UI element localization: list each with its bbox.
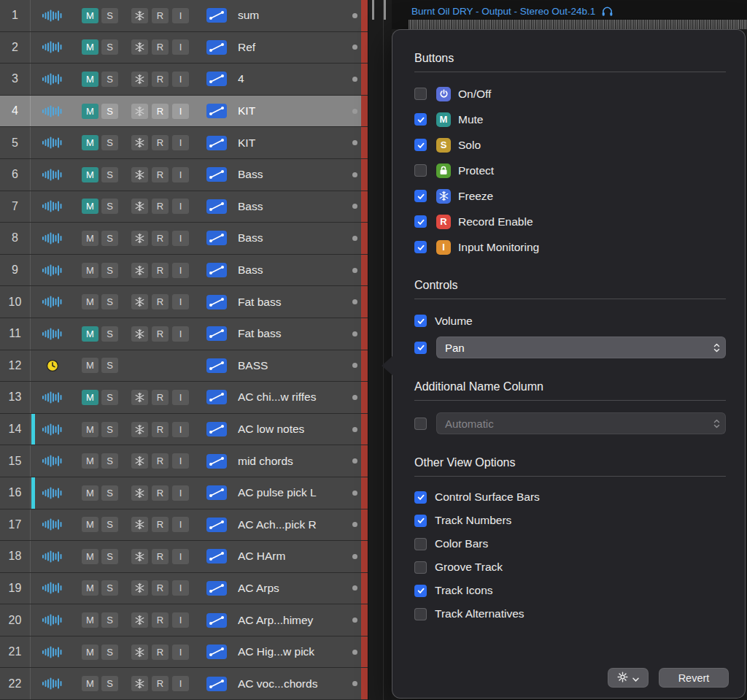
record-enable-button[interactable]: R: [152, 422, 169, 437]
mute-button[interactable]: M: [82, 517, 98, 532]
automation-curve-icon[interactable]: [206, 167, 227, 182]
solo-button[interactable]: S: [101, 517, 118, 532]
checkbox-solo[interactable]: [414, 139, 427, 151]
mute-button[interactable]: M: [82, 72, 98, 87]
solo-button[interactable]: S: [101, 294, 118, 309]
track-row[interactable]: 20MSRIAC Arp...himey: [0, 604, 368, 636]
automation-curve-icon[interactable]: [206, 199, 227, 214]
track-name[interactable]: mid chords: [238, 455, 352, 468]
freeze-button[interactable]: [131, 72, 148, 87]
automation-curve-icon[interactable]: [206, 358, 227, 373]
track-row[interactable]: 19MSRIAC Arps: [0, 573, 368, 605]
freeze-button[interactable]: [131, 199, 148, 214]
mute-button[interactable]: M: [82, 167, 98, 182]
solo-button[interactable]: S: [101, 39, 118, 55]
track-on-indicator[interactable]: [352, 650, 357, 655]
track-name[interactable]: AC Arps: [238, 582, 352, 595]
track-on-indicator[interactable]: [352, 140, 357, 145]
mute-button[interactable]: M: [82, 135, 98, 150]
track-name[interactable]: AC Hig...w pick: [238, 645, 352, 658]
track-on-indicator[interactable]: [352, 172, 357, 177]
track-on-indicator[interactable]: [352, 331, 357, 336]
track-row[interactable]: 14MSRIAC low notes: [0, 414, 368, 446]
automation-curve-icon[interactable]: [206, 390, 227, 404]
mute-button[interactable]: M: [82, 422, 98, 437]
mute-button[interactable]: M: [82, 8, 98, 23]
track-name[interactable]: AC Arp...himey: [238, 614, 352, 627]
automation-curve-icon[interactable]: [206, 613, 227, 628]
track-name[interactable]: KIT: [238, 136, 352, 150]
checkbox-track-alternatives[interactable]: [414, 608, 427, 620]
solo-button[interactable]: S: [101, 326, 118, 342]
input-monitoring-button[interactable]: I: [172, 580, 189, 596]
mute-button[interactable]: M: [82, 485, 98, 501]
solo-button[interactable]: S: [101, 358, 118, 373]
freeze-button[interactable]: [131, 645, 148, 660]
freeze-button[interactable]: [131, 263, 148, 278]
mute-button[interactable]: M: [82, 39, 98, 55]
record-enable-button[interactable]: R: [152, 199, 169, 214]
mute-button[interactable]: M: [82, 358, 98, 373]
input-monitoring-button[interactable]: I: [172, 39, 189, 55]
solo-button[interactable]: S: [101, 390, 118, 405]
track-row[interactable]: 11MSRIFat bass: [0, 318, 368, 350]
action-menu-button[interactable]: [608, 668, 649, 688]
track-row[interactable]: 22MSRIAC voc...chords: [0, 668, 368, 700]
mute-button[interactable]: M: [82, 580, 98, 596]
track-name[interactable]: Fat bass: [238, 296, 352, 309]
automation-curve-icon[interactable]: [206, 263, 227, 277]
input-monitoring-button[interactable]: I: [172, 645, 189, 660]
record-enable-button[interactable]: R: [152, 517, 169, 532]
record-enable-button[interactable]: R: [152, 294, 169, 309]
freeze-button[interactable]: [131, 676, 148, 691]
track-row[interactable]: 18MSRIAC HArm: [0, 541, 368, 573]
track-on-indicator[interactable]: [352, 109, 357, 114]
checkbox-input-monitoring[interactable]: [414, 241, 427, 253]
solo-button[interactable]: S: [101, 422, 118, 437]
track-row[interactable]: 16MSRIAC pulse pick L: [0, 477, 368, 509]
automation-curve-icon[interactable]: [206, 231, 227, 245]
track-on-indicator[interactable]: [352, 363, 357, 368]
solo-button[interactable]: S: [101, 167, 118, 182]
freeze-button[interactable]: [131, 104, 148, 119]
input-monitoring-button[interactable]: I: [172, 612, 189, 628]
automation-curve-icon[interactable]: [206, 518, 227, 532]
automation-curve-icon[interactable]: [206, 677, 227, 691]
track-row[interactable]: 15MSRImid chords: [0, 445, 368, 477]
mute-button[interactable]: M: [82, 612, 98, 628]
checkbox-on-off[interactable]: [414, 88, 427, 100]
automation-curve-icon[interactable]: [206, 422, 227, 436]
solo-button[interactable]: S: [101, 580, 118, 596]
track-on-indicator[interactable]: [352, 618, 357, 623]
input-monitoring-button[interactable]: I: [172, 199, 189, 214]
track-row[interactable]: 1MSRIsum: [0, 0, 368, 32]
mute-button[interactable]: M: [82, 326, 98, 342]
input-monitoring-button[interactable]: I: [172, 72, 189, 87]
freeze-button[interactable]: [131, 135, 148, 150]
track-on-indicator[interactable]: [352, 204, 357, 209]
input-monitoring-button[interactable]: I: [172, 294, 189, 309]
freeze-button[interactable]: [131, 612, 148, 628]
solo-button[interactable]: S: [101, 263, 118, 278]
freeze-button[interactable]: [131, 549, 148, 564]
automation-curve-icon[interactable]: [206, 645, 227, 659]
input-monitoring-button[interactable]: I: [172, 231, 189, 246]
track-on-indicator[interactable]: [352, 77, 357, 82]
freeze-button[interactable]: [131, 580, 148, 596]
checkbox-track-icons[interactable]: [414, 585, 427, 597]
input-monitoring-button[interactable]: I: [172, 263, 189, 278]
track-on-indicator[interactable]: [352, 427, 357, 432]
track-name[interactable]: BASS: [238, 359, 352, 372]
mute-button[interactable]: M: [82, 263, 98, 278]
checkbox-control-surface-bars[interactable]: [414, 491, 427, 504]
solo-button[interactable]: S: [101, 199, 118, 214]
track-name[interactable]: Bass: [238, 168, 352, 181]
mute-button[interactable]: M: [82, 199, 98, 214]
input-monitoring-button[interactable]: I: [172, 104, 189, 119]
track-name[interactable]: AC HArm: [238, 550, 352, 563]
automation-curve-icon[interactable]: [206, 581, 227, 596]
solo-button[interactable]: S: [101, 8, 118, 23]
mute-button[interactable]: M: [82, 549, 98, 564]
checkbox-track-numbers[interactable]: [414, 515, 427, 527]
pan-dropdown[interactable]: Pan: [436, 336, 726, 358]
